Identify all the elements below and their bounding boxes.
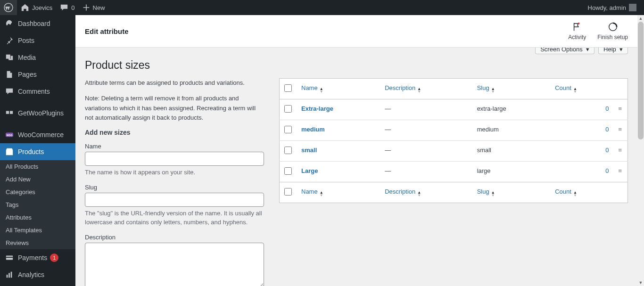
pin-icon — [5, 36, 14, 45]
screen-options-button[interactable]: Screen Options ▾ — [535, 48, 594, 54]
sub-attributes[interactable]: Attributes — [0, 211, 75, 224]
term-name-link[interactable]: medium — [301, 126, 325, 133]
slug-label: Slug — [85, 184, 264, 191]
svg-rect-1 — [6, 111, 9, 114]
term-name-link[interactable]: small — [301, 147, 317, 154]
select-all-top[interactable] — [284, 84, 292, 92]
account-link[interactable]: Howdy, admin — [584, 0, 640, 15]
sub-tags[interactable]: Tags — [0, 198, 75, 211]
help-button[interactable]: Help ▾ — [598, 48, 628, 54]
page-heading: Product sizes — [85, 59, 628, 72]
term-name-link[interactable]: Extra-large — [301, 105, 333, 112]
comment-icon — [60, 3, 68, 12]
term-name-link[interactable]: Large — [301, 167, 318, 174]
col-name-head[interactable]: Name▲▼ — [297, 79, 380, 99]
table-column: Name▲▼ Description▲▼ Slug▲▼ Count▲▼ Extr… — [279, 78, 628, 286]
menu-analytics[interactable]: Analytics — [0, 266, 75, 283]
col-name-foot[interactable]: Name▲▼ — [297, 182, 380, 203]
menu-products[interactable]: Products — [0, 143, 75, 160]
sort-icon: ▲▼ — [417, 191, 421, 197]
drag-handle-icon[interactable]: ≡ — [614, 120, 628, 141]
vertical-scrollbar[interactable]: ▲ ▼ — [637, 15, 644, 286]
pages-icon — [5, 70, 14, 79]
activity-button[interactable]: Activity — [568, 22, 586, 41]
svg-rect-2 — [10, 111, 13, 114]
form-column: Attribute terms can be assigned to produ… — [85, 78, 264, 286]
menu-posts[interactable]: Posts — [0, 32, 75, 49]
comments-count: 0 — [71, 4, 74, 11]
term-description: — — [380, 162, 472, 182]
term-slug: medium — [472, 120, 551, 141]
row-checkbox[interactable] — [284, 126, 292, 133]
col-count-head[interactable]: Count▲▼ — [550, 79, 613, 99]
sub-categories[interactable]: Categories — [0, 186, 75, 198]
menu-payments[interactable]: Payments 1 — [0, 249, 75, 266]
menu-media[interactable]: Media — [0, 49, 75, 66]
select-all-bottom[interactable] — [284, 188, 292, 196]
drag-handle-icon[interactable]: ≡ — [614, 162, 628, 182]
term-description: — — [380, 99, 472, 120]
comments-link[interactable]: 0 — [56, 0, 78, 15]
new-link[interactable]: New — [79, 0, 109, 15]
col-description-head[interactable]: Description▲▼ — [380, 79, 472, 99]
sort-icon: ▲▼ — [573, 88, 577, 93]
sort-icon: ▲▼ — [491, 191, 495, 197]
menu-dashboard[interactable]: Dashboard — [0, 15, 75, 32]
drag-handle-icon[interactable]: ≡ — [614, 141, 628, 162]
term-count-link[interactable]: 0 — [555, 126, 609, 133]
description-input[interactable] — [85, 243, 264, 286]
sub-reviews[interactable]: Reviews — [0, 237, 75, 249]
table-row: medium—medium0≡ — [280, 120, 628, 141]
drag-handle-icon[interactable]: ≡ — [614, 99, 628, 120]
plus-icon — [83, 4, 90, 11]
products-icon — [5, 147, 14, 156]
col-slug-head[interactable]: Slug▲▼ — [472, 79, 551, 99]
sort-icon: ▲▼ — [491, 88, 495, 93]
scroll-down-arrow[interactable]: ▼ — [637, 279, 644, 286]
term-count-link[interactable]: 0 — [555, 105, 609, 112]
col-slug-foot[interactable]: Slug▲▼ — [472, 182, 551, 203]
menu-getwooplugins[interactable]: GetWooPlugins — [0, 105, 75, 122]
terms-table: Name▲▼ Description▲▼ Slug▲▼ Count▲▼ Extr… — [279, 78, 628, 203]
new-label: New — [93, 4, 105, 11]
sort-icon: ▲▼ — [573, 191, 577, 197]
admin-bar: Joevics 0 New Howdy, admin — [0, 0, 644, 15]
sub-all-templates[interactable]: All Templates — [0, 224, 75, 237]
col-description-foot[interactable]: Description▲▼ — [380, 182, 472, 203]
term-count-link[interactable]: 0 — [555, 167, 609, 174]
sort-icon: ▲▼ — [417, 88, 421, 93]
scroll-thumb[interactable] — [638, 22, 644, 139]
col-count-foot[interactable]: Count▲▼ — [550, 182, 613, 203]
products-submenu: All Products Add New Categories Tags Att… — [0, 160, 75, 249]
term-count-link[interactable]: 0 — [555, 147, 609, 154]
admin-sidebar: Dashboard Posts Media Pages Comments Get… — [0, 15, 75, 286]
finish-setup-button[interactable]: Finish setup — [597, 22, 628, 41]
term-description: — — [380, 141, 472, 162]
plugin-icon — [5, 108, 14, 118]
sort-icon: ▲▼ — [320, 88, 323, 93]
menu-comments[interactable]: Comments — [0, 83, 75, 100]
avatar — [629, 4, 636, 11]
row-checkbox[interactable] — [284, 105, 292, 113]
slug-input[interactable] — [85, 193, 264, 207]
note-text: Note: Deleting a term will remove it fro… — [85, 94, 264, 123]
page-title: Edit attribute — [85, 27, 129, 35]
row-checkbox[interactable] — [284, 167, 292, 175]
svg-rect-8 — [8, 273, 10, 278]
menu-pages[interactable]: Pages — [0, 66, 75, 83]
scroll-up-arrow[interactable]: ▲ — [637, 15, 644, 22]
wp-logo[interactable] — [0, 0, 17, 15]
site-link[interactable]: Joevics — [17, 0, 56, 15]
content-area: Edit attribute Activity Finish setup Scr… — [75, 15, 637, 286]
flag-icon — [572, 22, 582, 32]
term-description: — — [380, 120, 472, 141]
dashboard-icon — [5, 19, 14, 28]
row-checkbox[interactable] — [284, 147, 292, 154]
sub-all-products[interactable]: All Products — [0, 160, 75, 173]
description-label: Description — [85, 234, 264, 241]
menu-woocommerce[interactable]: woo WooCommerce — [0, 126, 75, 143]
name-input[interactable] — [85, 152, 264, 166]
svg-rect-7 — [7, 275, 8, 278]
sub-add-new[interactable]: Add New — [0, 173, 75, 186]
form-heading: Add new sizes — [85, 129, 264, 136]
